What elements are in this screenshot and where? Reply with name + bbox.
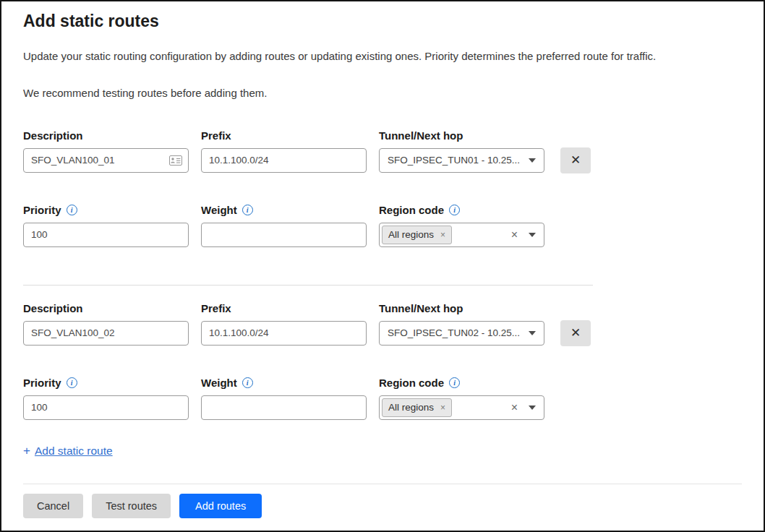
region-label: Region code	[379, 377, 444, 389]
chevron-down-icon	[529, 158, 536, 163]
description-label: Description	[23, 302, 189, 315]
prefix-input[interactable]	[201, 321, 367, 346]
description-input[interactable]	[23, 148, 189, 173]
tunnel-label: Tunnel/Next hop	[379, 302, 544, 315]
add-static-route-link[interactable]: Add static route	[35, 445, 113, 457]
priority-label-wrap: Priority i	[23, 204, 189, 217]
chevron-down-icon	[529, 406, 536, 410]
region-tag: All regions ×	[382, 398, 452, 417]
region-field-1: Region code i All regions × ×	[379, 204, 544, 247]
tunnel-label: Tunnel/Next hop	[379, 129, 544, 142]
chevron-down-icon	[529, 331, 536, 335]
clear-selection-icon[interactable]: ×	[511, 402, 518, 413]
weight-label: Weight	[201, 377, 237, 389]
priority-input[interactable]	[23, 223, 189, 247]
plus-icon: +	[23, 444, 30, 458]
region-multiselect[interactable]: All regions × ×	[379, 395, 544, 420]
description-field-2: Description	[23, 302, 189, 346]
region-field-2: Region code i All regions × ×	[379, 377, 544, 420]
route-2-row-2: Priority i Weight i Region code i	[23, 377, 742, 420]
description-label: Description	[23, 129, 189, 142]
weight-label: Weight	[201, 204, 237, 216]
weight-label-wrap: Weight i	[201, 377, 367, 390]
description-field-1: Description	[23, 129, 189, 173]
info-icon[interactable]: i	[449, 205, 460, 215]
weight-field-2: Weight i	[201, 377, 367, 420]
tunnel-selected-value: SFO_IPSEC_TUN02 - 10.25...	[388, 327, 529, 338]
description-input[interactable]	[23, 321, 189, 346]
weight-field-1: Weight i	[201, 204, 367, 247]
region-tag-label: All regions	[388, 229, 434, 240]
info-icon[interactable]: i	[449, 377, 460, 388]
region-tag-label: All regions	[388, 402, 434, 413]
priority-field-2: Priority i	[23, 377, 189, 420]
weight-label-wrap: Weight i	[201, 204, 367, 217]
route-entry-2: Description Prefix Tunnel/Next hop SFO_I…	[23, 302, 742, 420]
region-tag: All regions ×	[382, 226, 452, 244]
route-entry-1: Description Prefix	[23, 129, 742, 247]
route-2-row-1: Description Prefix Tunnel/Next hop SFO_I…	[23, 302, 742, 346]
prefix-field-1: Prefix	[201, 129, 367, 173]
route-1-row-2: Priority i Weight i Region code i	[23, 204, 742, 247]
add-routes-button[interactable]: Add routes	[179, 494, 262, 518]
clear-selection-icon[interactable]: ×	[511, 229, 518, 241]
region-multiselect[interactable]: All regions × ×	[379, 223, 544, 247]
cancel-button[interactable]: Cancel	[23, 494, 83, 518]
info-icon[interactable]: i	[242, 377, 253, 388]
page-title: Add static routes	[23, 12, 742, 32]
test-routes-button[interactable]: Test routes	[92, 494, 171, 518]
footer-divider	[23, 484, 742, 484]
tunnel-field-2: Tunnel/Next hop SFO_IPSEC_TUN02 - 10.25.…	[379, 302, 544, 346]
tunnel-select[interactable]: SFO_IPSEC_TUN02 - 10.25...	[379, 321, 544, 346]
route-1-row-1: Description Prefix	[23, 129, 742, 173]
add-static-route-row: +Add static route	[23, 444, 742, 458]
priority-field-1: Priority i	[23, 204, 189, 247]
remove-route-button[interactable]: ✕	[560, 320, 591, 346]
add-static-routes-dialog: Add static routes Update your static rou…	[1, 1, 764, 518]
tag-close-icon[interactable]: ×	[440, 403, 445, 412]
info-icon[interactable]: i	[67, 377, 77, 388]
region-label-wrap: Region code i	[379, 204, 544, 217]
priority-input[interactable]	[23, 395, 189, 420]
region-label: Region code	[379, 204, 444, 216]
weight-input[interactable]	[201, 223, 367, 247]
region-label-wrap: Region code i	[379, 377, 544, 390]
info-icon[interactable]: i	[67, 205, 77, 215]
tunnel-field-1: Tunnel/Next hop SFO_IPSEC_TUN01 - 10.25.…	[379, 129, 544, 173]
tunnel-select[interactable]: SFO_IPSEC_TUN01 - 10.25...	[379, 148, 544, 173]
priority-label-wrap: Priority i	[23, 377, 189, 390]
route-divider	[23, 285, 593, 286]
tunnel-selected-value: SFO_IPSEC_TUN01 - 10.25...	[388, 155, 529, 166]
prefix-label: Prefix	[201, 129, 367, 142]
remove-route-button[interactable]: ✕	[560, 147, 591, 173]
prefix-label: Prefix	[201, 302, 367, 315]
prefix-input[interactable]	[201, 148, 367, 173]
recommendation-text: We recommend testing routes before addin…	[23, 86, 742, 100]
priority-label: Priority	[23, 204, 61, 216]
info-icon[interactable]: i	[242, 205, 253, 215]
intro-text: Update your static routing configuration…	[23, 49, 742, 64]
weight-input[interactable]	[201, 395, 367, 420]
chevron-down-icon	[529, 233, 536, 237]
prefix-field-2: Prefix	[201, 302, 367, 346]
footer-buttons: Cancel Test routes Add routes	[23, 494, 742, 518]
tag-close-icon[interactable]: ×	[440, 231, 445, 239]
priority-label: Priority	[23, 377, 61, 389]
